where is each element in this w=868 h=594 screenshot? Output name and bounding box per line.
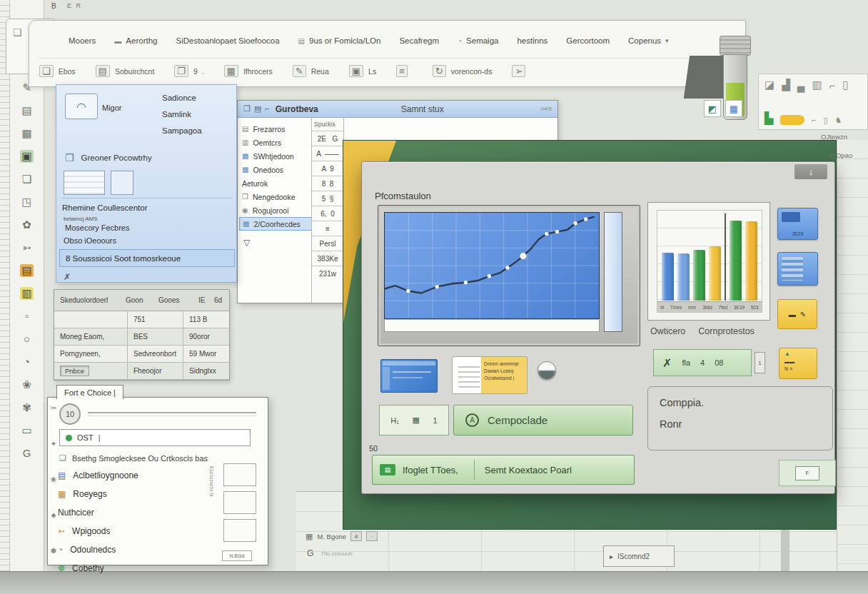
symbol-cell[interactable]: Persl bbox=[312, 236, 343, 251]
thumbnail[interactable] bbox=[223, 463, 256, 486]
symbol-cell[interactable]: A —— bbox=[312, 146, 343, 161]
tab-font-choice[interactable]: Fort e Choice | bbox=[56, 385, 123, 399]
asterisk-icon[interactable]: ✽ bbox=[51, 543, 56, 556]
blue-card-preview[interactable]: 3029 bbox=[777, 208, 818, 240]
column-header[interactable]: IE bbox=[198, 296, 214, 304]
flower-icon[interactable]: ✾ bbox=[18, 398, 36, 416]
mini-box[interactable]: 4 bbox=[350, 531, 362, 541]
bird-icon[interactable]: ➳ bbox=[18, 238, 36, 256]
image-icon[interactable]: ▣ bbox=[18, 147, 36, 165]
blue-card-list[interactable] bbox=[777, 252, 818, 286]
gallery-green-icon[interactable]: ▙ bbox=[764, 111, 773, 125]
size-badge[interactable]: 10 bbox=[59, 403, 81, 425]
list-item[interactable]: Aeturok bbox=[239, 176, 312, 190]
search-input[interactable]: OST | bbox=[59, 429, 251, 446]
ribbon-button[interactable]: ▣Ls bbox=[349, 65, 376, 77]
books-icon[interactable]: ▤ bbox=[18, 101, 36, 119]
font-list-item[interactable]: Nuthcicer bbox=[58, 503, 201, 522]
gallery-icon[interactable]: ⌐ bbox=[812, 116, 816, 125]
ribbon-button[interactable]: ❏Ebos bbox=[39, 65, 76, 77]
menu-item[interactable]: ▬Aerorthg bbox=[114, 36, 157, 45]
symbol-cell[interactable]: 6, 0 bbox=[312, 206, 343, 221]
window-icon[interactable]: ❒ bbox=[243, 104, 251, 114]
font-list-item[interactable]: ❁Cobethy bbox=[58, 559, 201, 578]
menu-item-selected[interactable]: 8 Sousssicoi Soot tomosrkeoue bbox=[59, 249, 235, 267]
glyph-icon[interactable]: ▦ bbox=[413, 416, 420, 425]
thumbnail[interactable] bbox=[223, 519, 256, 542]
mini-box[interactable]: · bbox=[366, 531, 378, 541]
orange-book-icon[interactable]: ▤ bbox=[18, 261, 36, 279]
font-list-item[interactable]: ▤Aclbetlioygnoone bbox=[58, 466, 201, 485]
ribbon-button[interactable]: ▤Sobuirchcnt bbox=[96, 65, 155, 77]
screenshot-thumbnail[interactable] bbox=[380, 359, 438, 393]
leaf-icon[interactable]: ✿ bbox=[18, 216, 36, 233]
glyph-icon[interactable]: 1 bbox=[433, 416, 438, 425]
box-icon[interactable]: ▭ bbox=[18, 421, 36, 439]
list-item[interactable]: ▩SWhtjedoon bbox=[239, 149, 312, 163]
ribbon-button[interactable]: ↻vorencon-ds bbox=[433, 65, 493, 77]
menu-item[interactable]: Mooers bbox=[69, 36, 96, 45]
list-item[interactable]: ▥Oemtcrs bbox=[239, 136, 312, 149]
calendar-icon[interactable]: ▦ bbox=[306, 532, 313, 541]
clipboard-icon[interactable]: ❏ bbox=[18, 170, 36, 188]
menu-option[interactable]: Sadionce bbox=[162, 94, 202, 102]
font-list-item[interactable]: ➳Wpigoods bbox=[58, 522, 201, 540]
ribbon-button[interactable]: ▦Ifhrocers bbox=[224, 65, 273, 77]
gallery-icon[interactable]: ♞ bbox=[835, 116, 842, 125]
preview-sketch[interactable] bbox=[64, 171, 105, 195]
laptop-icon[interactable]: ▦ bbox=[18, 124, 36, 142]
table-row[interactable]: Porngyneen, Sedvreonbort 59 Mwor bbox=[54, 346, 229, 363]
symbol-cell[interactable]: A 9 bbox=[312, 161, 343, 176]
g-glyph-icon[interactable]: G bbox=[18, 444, 36, 462]
column-header[interactable]: Skeduolordoerl bbox=[54, 296, 126, 304]
column-header[interactable]: Goon bbox=[126, 296, 158, 304]
spin-cell[interactable]: 1 bbox=[755, 352, 765, 373]
symbol-cell[interactable]: 5 § bbox=[312, 191, 343, 206]
list-icon[interactable]: ▤ bbox=[254, 104, 261, 114]
list-item[interactable]: ▩Onedoos bbox=[239, 163, 312, 176]
menu-item[interactable]: ▤9us or Fomicla/LOn bbox=[298, 36, 381, 45]
column-header[interactable]: 6d bbox=[214, 296, 227, 304]
funnel-icon[interactable]: ▽ bbox=[243, 238, 250, 248]
symbol-cell[interactable]: ≡ bbox=[312, 221, 343, 236]
yellow-card-edit[interactable]: ▬✎ bbox=[777, 299, 817, 329]
note-card[interactable]: Dnnnn annmngrDawan LoskgOcralwegord | bbox=[452, 356, 528, 394]
compute-button[interactable]: A Cempoclade bbox=[453, 405, 633, 436]
yellow-card-note[interactable]: ▲▬▬N ≡ bbox=[779, 348, 817, 379]
preview-sketch[interactable] bbox=[111, 171, 133, 195]
column-header[interactable]: Gooes bbox=[158, 296, 198, 304]
table-row[interactable]: 751 113 B bbox=[54, 311, 229, 328]
list-item[interactable]: ◉Rogujorooi bbox=[239, 203, 312, 217]
gallery-yellow-pill-icon[interactable] bbox=[780, 115, 804, 125]
close-icon[interactable]: ✗ bbox=[64, 272, 71, 282]
list-item[interactable]: ❒Nengedooke bbox=[239, 190, 312, 203]
list-item[interactable]: ▤Frezarros bbox=[239, 122, 312, 136]
menu-item[interactable]: ◔Semaiga bbox=[458, 36, 498, 45]
menu-option[interactable]: Sampagoa bbox=[162, 126, 202, 135]
download-button[interactable]: ↓ bbox=[794, 164, 827, 179]
gallery-icon[interactable]: ▯ bbox=[842, 79, 848, 91]
menu-item[interactable]: SiDestoanlopaet Sioefoocoa bbox=[176, 36, 279, 45]
gallery-icon[interactable]: ▟ bbox=[782, 79, 790, 91]
corner-icon[interactable]: ⌐ bbox=[265, 104, 269, 114]
cell-button[interactable]: Pnbce bbox=[60, 366, 89, 376]
font-list-item[interactable]: ▦Roeyegs bbox=[58, 485, 201, 503]
plant-icon[interactable]: ❀ bbox=[18, 376, 36, 393]
menu-item[interactable]: Gercortoom bbox=[566, 36, 610, 45]
scissors-icon[interactable]: ✂ bbox=[51, 401, 56, 413]
font-list-item[interactable]: ◔Odoulnedcs bbox=[58, 540, 201, 559]
menu-option[interactable]: Samlink bbox=[162, 110, 202, 119]
ribbon-button[interactable]: ✎Reua bbox=[293, 65, 329, 77]
gallery-icon[interactable]: ▥ bbox=[812, 79, 822, 91]
teal-chart-icon[interactable]: ◩ bbox=[704, 100, 721, 117]
gallery-icon[interactable]: ◪ bbox=[764, 79, 774, 91]
symbol-cell[interactable]: 8 8 bbox=[312, 176, 343, 191]
yellow-note-icon[interactable]: ▥ bbox=[18, 284, 36, 302]
gallery-icon[interactable]: ▯ bbox=[824, 116, 828, 125]
ribbon-button[interactable]: ≡ bbox=[396, 65, 413, 77]
size-slider[interactable] bbox=[88, 412, 256, 416]
flower-icon[interactable]: ❀ bbox=[51, 472, 56, 485]
table-row[interactable]: Moneg Eaom, BES 90oror bbox=[54, 328, 229, 346]
symbol-cell[interactable]: 383Ke bbox=[312, 251, 343, 266]
target-bar[interactable]: ▤ Ifoglet TToes, Semt Koextaoc Poarl bbox=[372, 455, 635, 485]
